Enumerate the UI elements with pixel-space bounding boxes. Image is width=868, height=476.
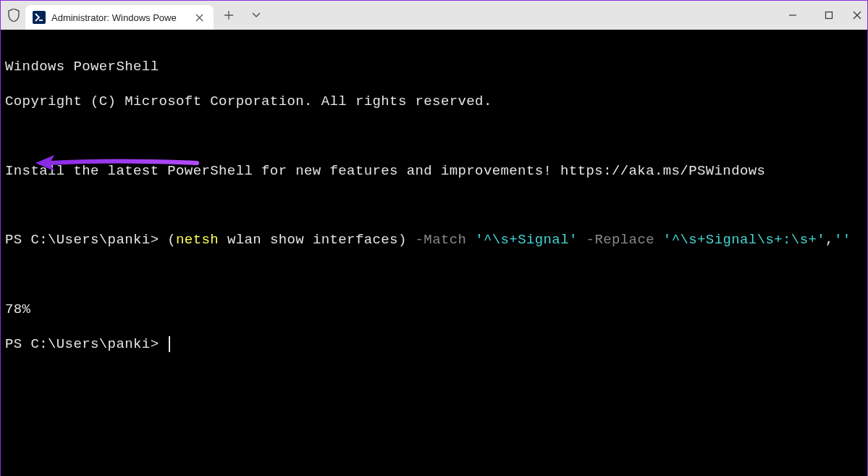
prompt: PS C:\Users\panki> <box>5 232 167 248</box>
tab-bar: Administrator: Windows Powe <box>1 1 867 30</box>
tab-dropdown-button[interactable] <box>244 3 269 28</box>
tab-powershell[interactable]: Administrator: Windows Powe <box>25 5 214 30</box>
terminal-body[interactable]: Windows PowerShell Copyright (C) Microso… <box>1 30 867 476</box>
shield-icon <box>7 8 21 22</box>
window-controls <box>775 1 867 30</box>
terminal-line: Windows PowerShell <box>5 59 863 76</box>
close-tab-button[interactable] <box>192 10 206 25</box>
terminal-line: Copyright (C) Microsoft Corporation. All… <box>5 93 863 111</box>
new-tab-button[interactable] <box>216 3 241 28</box>
close-window-button[interactable] <box>847 1 867 30</box>
terminal-blank <box>5 128 863 146</box>
terminal-output: 78% <box>5 301 863 319</box>
powershell-icon <box>33 11 46 24</box>
terminal-blank <box>5 267 863 284</box>
terminal-prompt-line: PS C:\Users\panki> <box>5 336 863 354</box>
tab-title: Administrator: Windows Powe <box>51 12 189 23</box>
minimize-button[interactable] <box>775 1 811 30</box>
terminal-command-line: PS C:\Users\panki> (netsh wlan show inte… <box>5 232 863 249</box>
svg-rect-0 <box>826 12 833 19</box>
maximize-button[interactable] <box>811 1 847 30</box>
terminal-line: Install the latest PowerShell for new fe… <box>5 163 863 180</box>
text-cursor <box>169 336 170 352</box>
terminal-blank <box>5 197 863 214</box>
prompt: PS C:\Users\panki> <box>5 336 167 352</box>
